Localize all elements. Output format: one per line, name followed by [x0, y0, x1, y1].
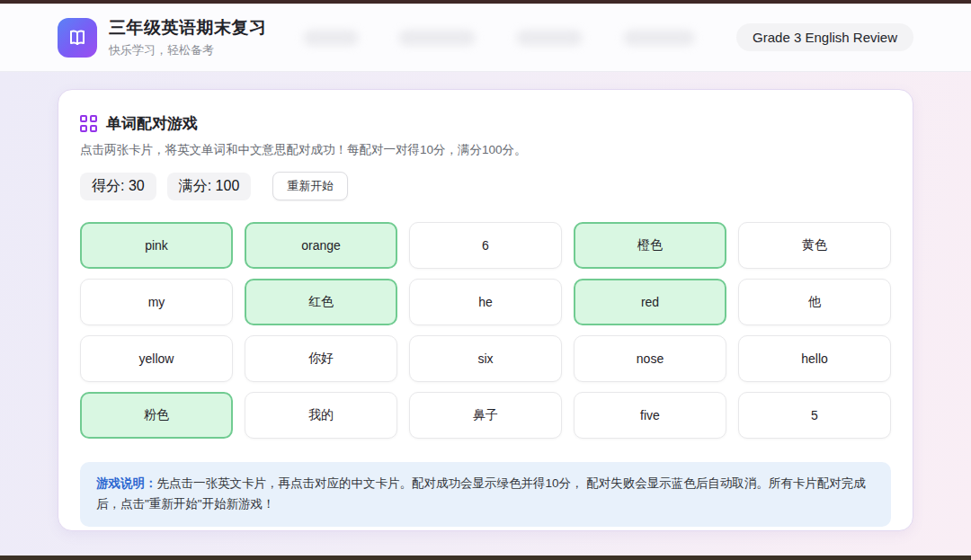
instructions-text: 先点击一张英文卡片，再点击对应的中文卡片。配对成功会显示绿色并得10分， 配对失… — [96, 476, 866, 511]
nav-item-blurred[interactable] — [623, 30, 695, 46]
word-card[interactable]: he — [409, 279, 562, 325]
word-card[interactable]: 我的 — [245, 392, 397, 439]
score-label: 得分: — [92, 178, 124, 193]
word-card[interactable]: 他 — [738, 279, 891, 325]
page-subtitle: 快乐学习，轻松备考 — [109, 42, 267, 58]
word-card[interactable]: 你好 — [245, 335, 397, 382]
app-header: 三年级英语期末复习 快乐学习，轻松备考 Grade 3 English Revi… — [0, 4, 971, 72]
word-card[interactable]: orange — [245, 222, 397, 269]
word-card[interactable]: pink — [80, 222, 233, 269]
word-card[interactable]: red — [574, 279, 726, 325]
score-value: 30 — [129, 178, 145, 193]
word-card[interactable]: 橙色 — [574, 222, 726, 269]
word-card-grid: pinkorange6橙色黄色my红色hered他yellow你好sixnose… — [80, 222, 891, 439]
game-description: 点击两张卡片，将英文单词和中文意思配对成功！每配对一对得10分，满分100分。 — [80, 142, 891, 158]
grid-icon — [80, 115, 97, 132]
word-card[interactable]: my — [80, 279, 233, 325]
score-badge: 得分: 30 — [80, 173, 156, 200]
app-logo — [58, 18, 97, 58]
restart-button[interactable]: 重新开始 — [272, 172, 348, 200]
nav-item-blurred[interactable] — [398, 30, 476, 46]
word-card[interactable]: 粉色 — [80, 392, 233, 439]
nav-item-blurred[interactable] — [303, 30, 359, 46]
word-card[interactable]: nose — [574, 335, 726, 382]
game-panel: 单词配对游戏 点击两张卡片，将英文单词和中文意思配对成功！每配对一对得10分，满… — [58, 89, 913, 531]
instructions-label: 游戏说明： — [96, 476, 157, 490]
header-nav — [303, 30, 696, 46]
bottom-border-strip — [0, 556, 971, 560]
game-title: 单词配对游戏 — [106, 113, 198, 134]
word-card[interactable]: six — [409, 335, 562, 382]
word-card[interactable]: hello — [738, 335, 891, 382]
instructions-box: 游戏说明：先点击一张英文卡片，再点击对应的中文卡片。配对成功会显示绿色并得10分… — [80, 462, 891, 527]
word-card[interactable]: five — [574, 392, 726, 439]
word-card[interactable]: 6 — [409, 222, 562, 269]
word-card[interactable]: 鼻子 — [409, 392, 562, 439]
max-score-value: 100 — [216, 178, 240, 193]
open-book-icon — [67, 27, 88, 49]
max-score-badge: 满分: 100 — [167, 173, 252, 200]
page-title: 三年级英语期末复习 — [109, 16, 267, 40]
main-content: 单词配对游戏 点击两张卡片，将英文单词和中文意思配对成功！每配对一对得10分，满… — [0, 72, 971, 556]
word-card[interactable]: yellow — [80, 335, 233, 382]
max-score-label: 满分: — [179, 178, 211, 193]
nav-item-blurred[interactable] — [516, 30, 583, 46]
word-card[interactable]: 红色 — [245, 279, 397, 325]
word-card[interactable]: 5 — [738, 392, 891, 439]
word-card[interactable]: 黄色 — [738, 222, 891, 269]
grade-badge: Grade 3 English Review — [736, 23, 913, 51]
